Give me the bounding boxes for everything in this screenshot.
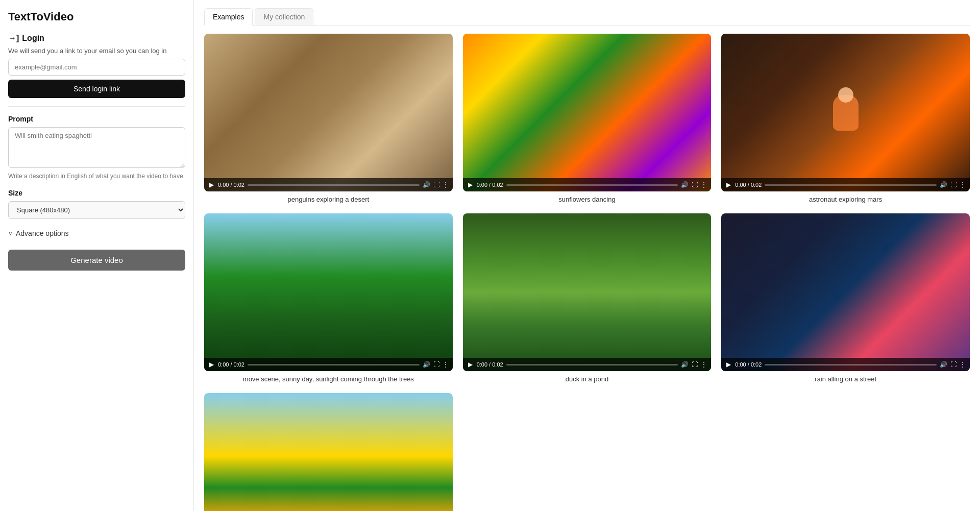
volume-icon[interactable]: 🔊 [940,361,947,368]
video-controls: ▶ 0:00 / 0:02 🔊 ⛶ ⋮ [721,358,970,371]
list-item: ▶ 0:00 / 0:02 🔊 ⛶ ⋮ sunflowers dancing [463,34,712,203]
email-input[interactable] [8,59,185,76]
login-title: Login [22,34,44,43]
play-button[interactable]: ▶ [208,360,215,369]
play-button[interactable]: ▶ [725,360,732,369]
video-caption: duck in a pond [463,375,712,383]
divider-1 [8,106,185,107]
fullscreen-icon[interactable]: ⛶ [950,361,957,368]
video-caption: rain alling on a street [721,375,970,383]
list-item: ▶ 0:00 / 0:02 🔊 ⛶ ⋮ penguins exploring a… [204,34,453,203]
volume-icon[interactable]: 🔊 [423,181,430,188]
login-header: →] Login [8,34,185,43]
list-item: ▶ 0:00 / 0:02 🔊 ⛶ ⋮ astronaut exploring … [721,34,970,203]
size-section: Size Square (480x480) Landscape (854x480… [8,189,185,219]
fullscreen-icon[interactable]: ⛶ [692,361,698,368]
app-container: TextToVideo →] Login We will send you a … [0,0,980,511]
login-subtitle: We will send you a link to your email so… [8,47,185,55]
list-item: ▶ 0:00 / 0:02 🔊 ⛶ ⋮ duck in a pond [463,213,712,383]
video-caption: penguins exploring a desert [204,196,453,203]
size-label: Size [8,189,185,197]
time-display: 0:00 / 0:02 [218,182,244,188]
volume-icon[interactable]: 🔊 [940,181,947,188]
video-player-astronaut[interactable]: ▶ 0:00 / 0:02 🔊 ⛶ ⋮ [721,34,970,191]
app-title: TextToVideo [8,10,185,23]
progress-bar[interactable] [765,364,937,366]
progress-bar[interactable] [506,364,678,366]
prompt-hint: Write a description in English of what y… [8,172,185,181]
video-controls: ▶ 0:00 / 0:02 🔊 ⛶ ⋮ [463,358,712,371]
video-grid: ▶ 0:00 / 0:02 🔊 ⛶ ⋮ penguins exploring a… [204,34,970,511]
time-display: 0:00 / 0:02 [735,361,762,368]
sidebar: TextToVideo →] Login We will send you a … [0,0,194,511]
video-controls: ▶ 0:00 / 0:02 🔊 ⛶ ⋮ [204,178,453,191]
login-icon: →] [8,34,19,43]
send-login-button[interactable]: Send login link [8,80,185,98]
video-player-rain[interactable]: ▶ 0:00 / 0:02 🔊 ⛶ ⋮ [721,213,970,371]
generate-video-button[interactable]: Generate video [8,250,185,271]
fullscreen-icon[interactable]: ⛶ [433,361,439,368]
video-controls: ▶ 0:00 / 0:02 🔊 ⛶ ⋮ [721,178,970,191]
play-button[interactable]: ▶ [467,180,474,189]
progress-bar[interactable] [248,364,420,366]
more-options-icon[interactable]: ⋮ [701,361,707,368]
tab-examples[interactable]: Examples [204,8,253,26]
video-caption: sunflowers dancing [463,196,712,203]
tabs: Examples My collection [204,8,970,26]
advance-options-label: Advance options [16,229,69,237]
tab-my-collection[interactable]: My collection [255,8,313,26]
prompt-section: Prompt Write a description in English of… [8,115,185,181]
fullscreen-icon[interactable]: ⛶ [950,181,957,188]
video-player-penguins[interactable]: ▶ 0:00 / 0:02 🔊 ⛶ ⋮ [204,34,453,191]
video-player-duck[interactable]: ▶ 0:00 / 0:02 🔊 ⛶ ⋮ [463,213,712,371]
time-display: 0:00 / 0:02 [735,182,762,188]
size-select[interactable]: Square (480x480) Landscape (854x480) Por… [8,201,185,219]
time-display: 0:00 / 0:02 [477,361,503,368]
volume-icon[interactable]: 🔊 [423,361,430,368]
video-player-sunflower-field[interactable]: ▶ 0:00 / 0:02 🔊 ⛶ ⋮ [204,393,453,511]
volume-icon[interactable]: 🔊 [681,361,689,368]
progress-bar[interactable] [765,184,937,186]
time-display: 0:00 / 0:02 [218,361,244,368]
play-button[interactable]: ▶ [467,360,474,369]
login-section: →] Login We will send you a link to your… [8,34,185,98]
fullscreen-icon[interactable]: ⛶ [692,181,698,188]
fullscreen-icon[interactable]: ⛶ [433,181,439,188]
more-options-icon[interactable]: ⋮ [960,181,966,188]
video-player-trees[interactable]: ▶ 0:00 / 0:02 🔊 ⛶ ⋮ [204,213,453,371]
volume-icon[interactable]: 🔊 [681,181,689,188]
progress-bar[interactable] [248,184,420,186]
time-display: 0:00 / 0:02 [477,182,503,188]
more-options-icon[interactable]: ⋮ [701,181,707,188]
video-player-sunflowers[interactable]: ▶ 0:00 / 0:02 🔊 ⛶ ⋮ [463,34,712,191]
more-options-icon[interactable]: ⋮ [443,361,449,368]
chevron-down-icon: ∨ [8,230,13,237]
list-item: ▶ 0:00 / 0:02 🔊 ⛶ ⋮ rain alling on a str… [721,213,970,383]
main-content: Examples My collection ▶ 0:00 / 0:02 🔊 ⛶… [194,0,980,511]
prompt-label: Prompt [8,115,185,123]
video-controls: ▶ 0:00 / 0:02 🔊 ⛶ ⋮ [204,358,453,371]
play-button[interactable]: ▶ [208,180,215,189]
more-options-icon[interactable]: ⋮ [960,361,966,368]
advance-options-toggle[interactable]: ∨ Advance options [8,227,185,239]
prompt-textarea[interactable] [8,127,185,168]
video-controls: ▶ 0:00 / 0:02 🔊 ⛶ ⋮ [463,178,712,191]
list-item: ▶ 0:00 / 0:02 🔊 ⛶ ⋮ [204,393,453,511]
play-button[interactable]: ▶ [725,180,732,189]
video-caption: move scene, sunny day, sunlight coming t… [204,375,453,383]
list-item: ▶ 0:00 / 0:02 🔊 ⛶ ⋮ move scene, sunny da… [204,213,453,383]
video-caption: astronaut exploring mars [721,196,970,203]
progress-bar[interactable] [506,184,678,186]
more-options-icon[interactable]: ⋮ [443,181,449,188]
